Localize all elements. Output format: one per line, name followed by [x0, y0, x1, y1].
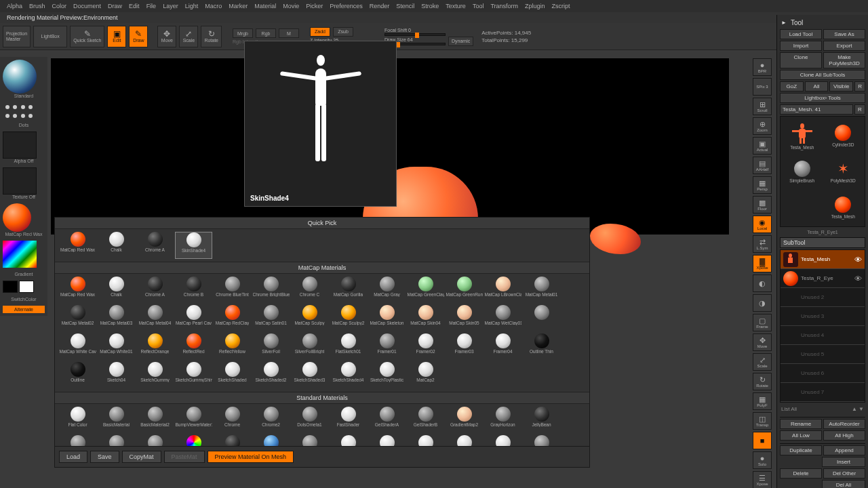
shelf-◐[interactable]: ◐: [753, 274, 772, 292]
material-chrome-b[interactable]: Chrome B: [175, 277, 212, 304]
material-matcap-white01[interactable]: MatCap White01: [98, 333, 135, 361]
shelf-scroll[interactable]: ⊞Scroll: [753, 98, 772, 115]
material-flatsketch01[interactable]: FlatSketch01: [330, 333, 367, 361]
texture-selector[interactable]: Texture Off: [3, 167, 45, 199]
subtool-testa_r_eye[interactable]: Testa_R_Eye👁: [781, 269, 865, 288]
stroke-selector[interactable]: Dots: [3, 102, 45, 127]
export-button[interactable]: Export: [823, 41, 865, 51]
shelf-persp[interactable]: ▦Persp: [753, 176, 772, 194]
material-matcap-sculpy[interactable]: MatCap Sculpy: [291, 305, 328, 332]
material-gradientmap2[interactable]: GradientMap2: [446, 407, 483, 434]
material-matcap-gray[interactable]: MatCap Gray: [368, 277, 406, 304]
material-jellybean[interactable]: JellyBean: [523, 407, 560, 434]
material-matcap-greenrom[interactable]: MatCap GreenRom: [446, 277, 483, 304]
import-button[interactable]: Import: [780, 41, 822, 51]
paste-material-button[interactable]: PasteMat: [164, 451, 205, 463]
material-sketchtoyplastic[interactable]: SketchToyPlastic: [368, 362, 406, 389]
material-matcap-red-wax[interactable]: MatCap Red Wax: [59, 277, 96, 304]
tool-palette-title[interactable]: Tool: [780, 18, 865, 28]
material-bumpviewermater1[interactable]: BumpViewerMater1: [175, 407, 212, 434]
material-matcap-wetclay01[interactable]: MatCap WetClay01: [484, 305, 521, 332]
load-material-button[interactable]: Load: [59, 451, 87, 463]
tool-thumb-polymesh3d[interactable]: ✶PolyMesh3D: [824, 155, 863, 188]
lightbox-button[interactable]: LightBox: [33, 26, 67, 47]
append-button[interactable]: Append: [823, 445, 865, 455]
material-reflectred[interactable]: ReflectRed: [175, 333, 212, 361]
shelf-polyf[interactable]: ▦PolyF: [753, 392, 772, 410]
material-chrome[interactable]: Chrome: [214, 407, 251, 434]
shelf-solo[interactable]: ●Solo: [753, 451, 772, 469]
menu-movie[interactable]: Movie: [283, 3, 299, 9]
shelf-floor[interactable]: ▩Floor: [753, 196, 772, 214]
material-skinshade4[interactable]: SkinShade4: [407, 435, 444, 446]
material-matcap-skin04[interactable]: MatCap Skin04: [407, 305, 444, 332]
edit-button[interactable]: ▣Edit: [107, 26, 126, 47]
material-chrome2[interactable]: Chrome2: [252, 407, 290, 434]
material-reflectedfoil[interactable]: ReflectedFoil: [214, 435, 251, 446]
zadd-button[interactable]: Zadd: [310, 27, 330, 37]
material-grayhorizon[interactable]: GrayHorizon: [484, 407, 521, 434]
shelf-xpose[interactable]: ▓Xpose: [753, 255, 772, 272]
del-other-button[interactable]: Del Other: [823, 468, 865, 479]
menu-brush[interactable]: Brush: [29, 3, 45, 9]
rgb-button[interactable]: Rgb: [256, 28, 276, 38]
material-sketchshaded3[interactable]: SketchShaded3: [291, 362, 328, 389]
material-chrome-brightblue[interactable]: Chrome BrightBlue: [252, 277, 290, 304]
shelf-aahalf[interactable]: ▤AAHalf: [753, 157, 772, 174]
material-matcap-white-cav[interactable]: MatCap White Cav: [59, 333, 96, 361]
shelf-■[interactable]: ■: [753, 432, 772, 449]
dynamic-button[interactable]: Dynamic: [448, 37, 473, 46]
material-selector[interactable]: MatCap Red Wax: [3, 203, 45, 237]
alpha-selector[interactable]: Alpha Off: [3, 131, 45, 163]
brush-selector[interactable]: Standard: [3, 60, 45, 98]
material-reflectedmap2[interactable]: ReflectedMap2: [291, 435, 328, 446]
subtool-unused-7[interactable]: Unused 7: [781, 383, 865, 402]
material-normalrgbmat[interactable]: NormalRGBMat: [175, 435, 212, 446]
tool-r-button[interactable]: R: [854, 104, 865, 115]
menu-document[interactable]: Document: [73, 3, 101, 9]
shelf-actual[interactable]: ▣Actual: [753, 137, 772, 155]
zsub-button[interactable]: Zsub: [333, 27, 353, 37]
tool-thumb-empty[interactable]: [783, 190, 822, 224]
preview-on-mesh-button[interactable]: Preview Material On Mesh: [208, 451, 294, 463]
menu-layer[interactable]: Layer: [163, 3, 178, 9]
tool-thumb-testa_mesh[interactable]: Testa_Mesh: [783, 119, 822, 152]
goz-button[interactable]: GoZ: [780, 81, 804, 92]
material-sketchgummy[interactable]: SketchGummy: [136, 362, 174, 389]
subtool-unused-5[interactable]: Unused 5: [781, 345, 865, 364]
shelf-◑[interactable]: ◑: [753, 294, 772, 312]
list-all-button[interactable]: List All: [781, 406, 797, 412]
material-softplastic[interactable]: SoftPlastic: [446, 435, 483, 446]
menu-render[interactable]: Render: [370, 3, 390, 9]
all-low-button[interactable]: All Low: [780, 430, 822, 441]
eye-icon[interactable]: 👁: [854, 274, 862, 283]
subtool-unused-3[interactable]: Unused 3: [781, 307, 865, 326]
material-textured-metal[interactable]: Textured Metal: [523, 435, 560, 446]
shelf-xpose[interactable]: ☰Xpose: [753, 471, 772, 488]
material-matcap-skin05[interactable]: MatCap Skin05: [446, 305, 483, 332]
goz-visible-button[interactable]: Visible: [829, 81, 853, 92]
menu-color[interactable]: Color: [52, 3, 67, 9]
move-button[interactable]: ✥Move: [157, 26, 176, 47]
autoreorder-button[interactable]: AutoReorder: [823, 419, 865, 429]
material-blank[interactable]: [523, 305, 560, 332]
shelf-zoom[interactable]: ⊕Zoom: [753, 117, 772, 135]
save-material-button[interactable]: Save: [90, 451, 119, 463]
material-silverfoilbright[interactable]: SilverFoilBright: [291, 333, 328, 361]
menu-tool[interactable]: Tool: [473, 3, 484, 9]
material-reflectedmap[interactable]: ReflectedMap: [252, 435, 290, 446]
material-gelshaderb[interactable]: GelShaderB: [407, 407, 444, 434]
shelf-rotate[interactable]: ↻Rotate: [753, 373, 772, 390]
material-basicmaterial[interactable]: BasicMaterial: [98, 407, 135, 434]
subtool-testa_mesh[interactable]: Testa_Mesh👁: [781, 250, 865, 269]
shelf-l.sym[interactable]: ⇄L.Sym: [753, 235, 772, 253]
rotate-button[interactable]: ↻Rotate: [201, 26, 222, 47]
material-sketchgummyshine[interactable]: SketchGummyShine: [175, 362, 212, 389]
material-sphericalintensity[interactable]: SphericalIntensity: [484, 435, 521, 446]
shelf-scale[interactable]: ⤢Scale: [753, 353, 772, 371]
material-matcap-sculpy2[interactable]: MatCap Sculpy2: [330, 305, 367, 332]
material-flat-color[interactable]: Flat Color: [59, 407, 96, 434]
tool-thumb-testa_mesh[interactable]: Testa_Mesh: [824, 190, 863, 224]
shelf-move[interactable]: ✥Move: [753, 333, 772, 351]
subtool-header[interactable]: SubTool: [780, 237, 865, 248]
